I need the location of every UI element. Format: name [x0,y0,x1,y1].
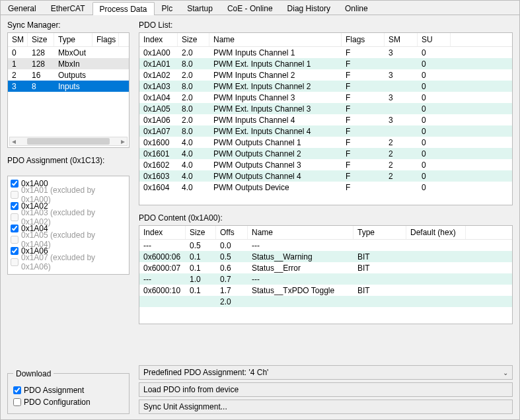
pdolist-cell-index: 0x1A03 [139,82,178,91]
download-pdo-assignment-checkbox[interactable] [13,386,21,394]
tab-plc[interactable]: Plc [155,1,180,15]
download-fieldset: Download PDO Assignment PDO Configuratio… [7,373,130,414]
pdolist-row[interactable]: 0x16044.0PWM Outputs DeviceF0 [139,182,512,193]
pdocontent-row[interactable]: 0x6000:070.10.6Status__ErrorBIT [139,262,512,273]
pdolist-row[interactable]: 0x1A062.0PWM Inputs Channel 4F30 [139,114,512,125]
pdocontent-col[interactable]: Index [139,226,186,239]
pdo-assign-checkbox[interactable] [11,225,19,232]
sync-cell-sm: 0 [8,48,28,57]
pdocontent-col[interactable]: Size [186,226,216,239]
pdolist-cell-su: 0 [418,104,451,114]
pdolist-col-su[interactable]: SU [418,33,451,46]
sync-col-sm[interactable]: SM [8,33,28,46]
pdocontent-col[interactable]: Offs [216,226,248,239]
pdocontent-row[interactable]: 0x6000:100.11.7Status__TxPDO ToggleBIT [139,285,512,296]
pdolist-cell-size: 2.0 [178,71,209,80]
predefined-pdo-text: Predefined PDO Assignment: '4 Ch' [143,368,268,377]
pdolist-row[interactable]: 0x1A002.0PWM Inputs Channel 1F30 [139,47,512,58]
pdolist-cell-size: 4.0 [178,160,209,170]
pdolist-row[interactable]: 0x16024.0PWM Outputs Channel 3F20 [139,159,512,170]
pdolist-cell-index: 0x1602 [139,160,178,170]
scroll-thumb[interactable] [27,138,110,145]
pdolist-cell-flags: F [342,82,385,91]
pdolist-row[interactable]: 0x1A078.0PWM Ext. Inputs Channel 4F0 [139,125,512,137]
tab-ethercat[interactable]: EtherCAT [44,1,93,15]
pdolist-row[interactable]: 0x16014.0PWM Outputs Channel 2F20 [139,148,512,159]
sync-row[interactable]: 0128MbxOut [8,47,129,58]
tab-startup[interactable]: Startup [180,1,220,15]
chevron-down-icon: ⌄ [503,369,508,376]
pdo-assign-item: 0x1A05 (excluded by 0x1A04) [11,234,126,245]
pdo-list-grid[interactable]: IndexSizeNameFlagsSMSU 0x1A002.0PWM Inpu… [139,32,513,205]
scroll-right-icon[interactable]: ▸ [119,137,127,146]
body: Sync Manager: SMSizeTypeFlags 0128MbxOut… [1,15,519,419]
sync-row[interactable]: 38Inputs [8,81,129,92]
pdolist-cell-name: PWM Inputs Channel 1 [209,48,342,57]
sync-col-size[interactable]: Size [28,33,54,46]
pdolist-cell-flags: F [342,160,385,170]
pdocontent-row[interactable]: ---1.00.7--- [139,273,512,285]
download-pdo-configuration-checkbox[interactable] [13,398,21,406]
pdocontent-cell-offs: 1.7 [216,286,248,295]
tab-process-data[interactable]: Process Data [93,2,155,15]
tab-diag-history[interactable]: Diag History [280,1,338,15]
pdolist-cell-size: 4.0 [178,172,209,181]
tab-general[interactable]: General [1,1,44,15]
pdolist-cell-sm: 3 [385,116,418,125]
pdolist-row[interactable]: 0x16034.0PWM Outputs Channel 4F20 [139,170,512,182]
sync-col-flags[interactable]: Flags [93,33,119,46]
tab-coe-online[interactable]: CoE - Online [220,1,280,15]
pdocontent-cell-name: Status__TxPDO Toggle [248,286,353,295]
pdocontent-row[interactable]: ---0.50.0--- [139,240,512,251]
pdo-assign-text: 0x1A07 (excluded by 0x1A06) [21,253,126,271]
sync-unit-button[interactable]: Sync Unit Assignment... [139,400,513,414]
load-pdo-button[interactable]: Load PDO info from device [139,382,513,397]
pdocontent-col[interactable]: Name [248,226,353,239]
pdo-assign-checkbox[interactable] [11,180,19,188]
sync-cell-size: 16 [28,71,54,80]
pdocontent-cell-offs: 0.7 [216,275,248,284]
pdo-content-body[interactable]: ---0.50.0---0x6000:060.10.5Status__Warni… [139,240,512,307]
pdocontent-row[interactable]: 0x6000:060.10.5Status__WarningBIT [139,251,512,262]
pdo-assignment-list[interactable]: 0x1A000x1A01 (excluded by 0x1A00)0x1A020… [7,176,130,275]
pdolist-row[interactable]: 0x16004.0PWM Outputs Channel 1F20 [139,137,512,148]
tab-online[interactable]: Online [338,1,375,15]
pdolist-cell-name: PWM Outputs Device [209,183,342,192]
pdocontent-col[interactable]: Default (hex) [406,226,466,239]
sync-manager-body[interactable]: 0128MbxOut1128MbxIn216Outputs38Inputs [8,47,129,148]
pdolist-cell-flags: F [342,172,385,181]
pdo-list-body[interactable]: 0x1A002.0PWM Inputs Channel 1F300x1A018.… [139,47,512,193]
sync-row[interactable]: 216Outputs [8,69,129,81]
pdo-assign-checkbox[interactable] [11,247,19,255]
pdolist-row[interactable]: 0x1A042.0PWM Inputs Channel 3F30 [139,92,512,103]
pdolist-cell-index: 0x1A02 [139,71,178,80]
pdolist-cell-index: 0x1A07 [139,127,178,136]
pdocontent-row[interactable]: 2.0 [139,296,512,307]
pdolist-row[interactable]: 0x1A022.0PWM Inputs Channel 2F30 [139,69,512,81]
pdolist-col-sm[interactable]: SM [385,33,418,46]
pdolist-row[interactable]: 0x1A018.0PWM Ext. Inputs Channel 1F0 [139,58,512,69]
pdocontent-cell-size: 1.0 [186,275,216,284]
predefined-pdo-dropdown[interactable]: Predefined PDO Assignment: '4 Ch' ⌄ [139,365,513,380]
pdolist-col-flags[interactable]: Flags [342,33,385,46]
pdolist-cell-size: 4.0 [178,183,209,192]
sync-row[interactable]: 1128MbxIn [8,58,129,69]
scroll-left-icon[interactable]: ◂ [10,137,18,146]
sync-col-type[interactable]: Type [54,33,93,46]
sync-cell-size: 8 [28,82,54,91]
pdocontent-col[interactable]: Type [353,226,406,239]
pdolist-row[interactable]: 0x1A058.0PWM Ext. Inputs Channel 3F0 [139,103,512,114]
pdo-content-grid[interactable]: IndexSizeOffsNameTypeDefault (hex) ---0.… [139,225,513,324]
pdolist-cell-name: PWM Ext. Inputs Channel 3 [209,104,342,114]
sync-cell-type: Inputs [54,82,93,91]
pdolist-cell-index: 0x1A05 [139,104,178,114]
horizontal-scrollbar[interactable]: ◂ ▸ [9,137,128,146]
pdo-assign-item: 0x1A07 (excluded by 0x1A06) [11,256,126,267]
sync-manager-grid[interactable]: SMSizeTypeFlags 0128MbxOut1128MbxIn216Ou… [7,32,130,148]
pdolist-cell-flags: F [342,127,385,136]
pdolist-col-size[interactable]: Size [178,33,209,46]
pdolist-col-index[interactable]: Index [139,33,178,46]
pdo-assign-checkbox[interactable] [11,202,19,210]
pdolist-col-name[interactable]: Name [209,33,342,46]
pdolist-row[interactable]: 0x1A038.0PWM Ext. Inputs Channel 2F0 [139,81,512,92]
